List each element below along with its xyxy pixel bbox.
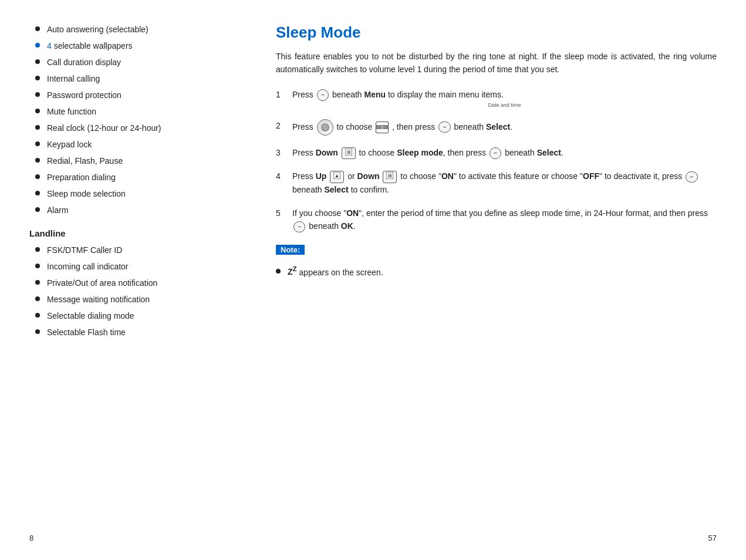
list-item-text: Keypad lock [47,139,92,151]
list-item: Auto answering (selectable) [35,23,229,36]
select-button-icon: − [438,122,450,133]
sleep-mode-description: This feature enables you to not be distu… [276,50,717,76]
list-item: Alarm [35,204,229,217]
step-1-content: Press − beneath Menu to display the main… [292,88,717,109]
page-number-left: 8 [29,534,33,542]
step-4-content: Press Up ▲ or Down ⊞ to ch [292,170,717,196]
step-1: 1 Press − beneath Menu to display the ma… [276,88,717,109]
step-3-content: Press Down ⊞ to choose Sleep mode, then … [292,146,717,159]
bullet-dot [35,329,40,334]
page-number-right: 57 [708,534,717,542]
bullet-dot [35,207,40,212]
step-number-1: 1 [276,88,289,101]
up-key-svg: ▲ [333,172,340,179]
on-label: ON [441,171,454,181]
feature-list: Auto answering (selectable) 4 selectable… [35,23,229,217]
list-item-text: 4 selectable wallpapers [47,40,133,52]
svg-point-0 [322,124,329,131]
list-item: Message waiting notification [35,294,229,306]
menu-button-icon: − [317,89,329,100]
list-item: Keypad lock [35,139,229,151]
bullet-dot [35,92,40,97]
list-item-text: Incoming call indicator [47,261,129,273]
note-text: appears on the screen. [297,267,383,276]
calendar-icon: ☰ [376,122,389,133]
list-item-text: Password protection [47,89,121,102]
list-item: FSK/DTMF Caller ID [35,244,229,257]
select-label-2: Select [486,122,510,131]
list-item-text: Redial, Flash, Pause [47,155,123,167]
list-item-text: Selectable Flash time [47,326,126,339]
date-time-label: Date and time [292,101,717,109]
right-column: Sleep Mode This feature enables you to n… [252,23,717,537]
svg-point-1 [323,126,327,129]
down-label-3: Down [316,148,338,157]
up-key-icon-4: ▲ [330,171,344,183]
bullet-dot [35,26,40,31]
list-item: Mute function [35,106,229,118]
list-item-text: Auto answering (selectable) [47,23,148,36]
step-4: 4 Press Up ▲ or Down ⊞ [276,170,717,196]
list-item: Selectable dialing mode [35,310,229,322]
down-key-icon-4: ⊞ [383,171,397,183]
up-label-4: Up [316,171,327,181]
list-item: Incoming call indicator [35,261,229,273]
on-label-5: ON [346,208,359,218]
bullet-dot [35,109,40,113]
down-key-icon-3: ⊞ [342,147,356,159]
list-item: Internal calling [35,73,229,85]
note-label: Note: [276,245,305,255]
bullet-dot [35,59,40,64]
select-button-icon-3: − [490,147,501,158]
landline-heading: Landline [29,228,229,238]
note-bullet-dot [276,269,281,274]
bullet-dot [35,264,40,268]
down-label-4: Down [357,171,379,181]
down-key-svg-4: ⊞ [386,172,393,179]
list-item: Selectable Flash time [35,326,229,339]
list-item: Sleep mode selection [35,188,229,200]
bullet-dot [35,296,40,301]
bullet-dot [35,191,40,195]
bullet-dot [35,158,40,163]
list-item-text: FSK/DTMF Caller ID [47,244,122,257]
list-item: Password protection [35,89,229,102]
svg-point-3 [324,129,325,130]
bullet-dot [35,313,40,318]
note-section: Note: ZZ appears on the screen. [276,245,717,277]
zz-superscript: Z [293,265,297,273]
select-label-3: Select [537,148,561,157]
menu-label: Menu [364,90,386,99]
sleep-mode-label: Sleep mode [397,148,443,157]
list-item: Private/Out of area notification [35,277,229,289]
list-item: Preparation dialing [35,171,229,184]
cal-top: ☰ [376,125,388,129]
off-label: OFF [583,171,599,181]
list-item-text: Alarm [47,204,69,217]
step-number-3: 3 [276,146,289,159]
list-item-text: Mute function [47,106,96,118]
bullet-dot [35,247,40,252]
down-key-svg: ⊞ [345,149,352,156]
highlight-number: 4 [47,41,52,50]
list-item-text: Real clock (12-hour or 24-hour) [47,122,161,134]
bullet-dot [35,125,40,130]
list-item-text: Call duration display [47,56,121,69]
svg-point-4 [322,126,323,127]
step-number-2: 2 [276,119,289,132]
list-item: Real clock (12-hour or 24-hour) [35,122,229,134]
note-zz-text: ZZ appears on the screen. [288,265,383,277]
bullet-dot [35,174,40,179]
svg-text:⊞: ⊞ [388,173,392,178]
list-item-text: Sleep mode selection [47,188,126,200]
step-number-4: 4 [276,170,289,183]
step-5: 5 If you choose "ON", enter the period o… [276,207,717,233]
bullet-dot-blue [35,43,40,48]
step-5-content: If you choose "ON", enter the period of … [292,207,717,233]
svg-text:▲: ▲ [335,173,339,178]
bullet-dot [35,280,40,285]
list-item: Redial, Flash, Pause [35,155,229,167]
bullet-dot [35,76,40,80]
nav-circle-icon [317,119,333,136]
left-column: Auto answering (selectable) 4 selectable… [29,23,252,537]
